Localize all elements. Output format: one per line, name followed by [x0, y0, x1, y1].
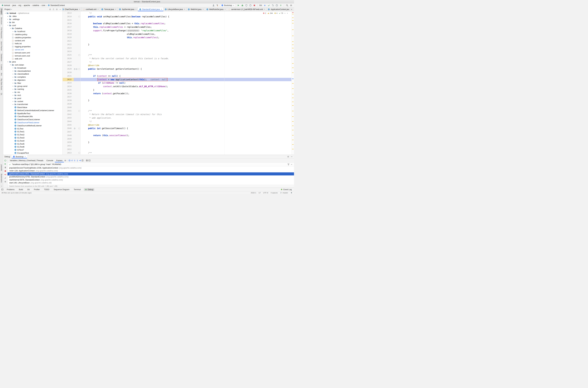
stripe-mark[interactable]: [292, 130, 294, 130]
code-line-text[interactable]: }: [81, 43, 294, 46]
tool-window-button-sequence-diagram[interactable]: Sequence Diagram: [52, 188, 71, 191]
run-to-cursor-icon[interactable]: [79, 159, 81, 162]
code-line-text[interactable]: context = new ApplicationContext(this); …: [81, 78, 294, 81]
project-tree-item-bin[interactable]: ▸bin: [3, 21, 63, 24]
line-number[interactable]: 2649: [63, 137, 74, 141]
stripe-mark[interactable]: [292, 18, 294, 18]
find-icon[interactable]: [286, 4, 288, 7]
encoding-widget[interactable]: UTF-8: [263, 192, 268, 194]
code-line-text[interactable]: return (this.sessionTimeout);: [81, 134, 294, 137]
close-tab-icon[interactable]: ×: [79, 8, 80, 10]
project-tree-item-catalina[interactable]: ▾Catalina: [3, 27, 63, 30]
breadcrumb-item-java[interactable]: java: [12, 4, 16, 6]
coverage-icon[interactable]: [245, 4, 248, 7]
stack-frame-row[interactable]: getServletContext:2632, StandardContext(…: [7, 172, 294, 175]
line-number[interactable]: 2642: [63, 113, 74, 116]
tree-chevron-icon[interactable]: ▸: [12, 94, 14, 96]
breadcrumb-item-org[interactable]: org: [18, 4, 21, 6]
tree-chevron-icon[interactable]: ▸: [12, 100, 14, 102]
tree-chevron-icon[interactable]: ▸: [7, 16, 9, 17]
run-icon[interactable]: [237, 4, 240, 7]
code-line-text[interactable]: */: [81, 60, 294, 64]
project-tree-item-web-xml[interactable]: </>web.xml: [3, 57, 63, 60]
code-line-text[interactable]: * web application.: [81, 116, 294, 120]
code-line-text[interactable]: [81, 102, 294, 106]
code-line-text[interactable]: [81, 50, 294, 53]
project-tree-item-eltest6[interactable]: CELTest6: [3, 145, 63, 148]
project-tree-item-tomcat-users-xsd[interactable]: </>tomcat-users.xsd: [3, 54, 63, 57]
project-tree-item-eltest[interactable]: CELTest: [3, 127, 63, 130]
code-line-text[interactable]: [81, 18, 294, 22]
project-tree-item-eltest2[interactable]: CELTest2: [3, 133, 63, 136]
code-line-text[interactable]: boolean oldReplaceWelcomeFiles = this.re…: [81, 22, 294, 25]
stop-icon[interactable]: [4, 170, 6, 172]
project-tree-item-tomcat[interactable]: ▾tomcat~/gitlab/tomcat: [3, 12, 63, 15]
stripe-mark[interactable]: [292, 57, 294, 58]
tool-window-switcher-icon[interactable]: [1, 188, 3, 191]
caret-position-widget[interactable]: 2632:1: [251, 192, 256, 194]
editor-tab-tomcat-java[interactable]: CTomcat.java×: [100, 7, 118, 11]
warning-count[interactable]: 244: [267, 12, 273, 14]
code-line-text[interactable]: @Override: [81, 123, 294, 127]
line-number[interactable]: 2625: [63, 53, 74, 57]
stripe-mark[interactable]: [292, 97, 294, 98]
breadcrumb-item-apache[interactable]: apache: [24, 4, 30, 6]
stop-icon[interactable]: [253, 4, 256, 7]
ok-count[interactable]: 79: [279, 12, 283, 14]
vcs-push-icon[interactable]: [280, 4, 282, 7]
mute-breakpoints-icon[interactable]: [4, 177, 6, 179]
close-tab-icon[interactable]: ×: [224, 8, 226, 10]
project-tree-item-filter[interactable]: ▸filter: [3, 81, 63, 85]
close-tab-icon[interactable]: ×: [264, 8, 265, 10]
project-tree-item-datasourcefiledlistener[interactable]: CDataSourceFiledListener: [3, 121, 63, 124]
line-number[interactable]: 2644: [63, 120, 74, 123]
step-over-icon[interactable]: [71, 159, 73, 162]
project-tree-item-transformlet[interactable]: ▸transformlet: [3, 103, 63, 106]
next-problem-icon[interactable]: ∨: [287, 12, 288, 14]
stripe-mark[interactable]: [292, 23, 294, 24]
code-line-text[interactable]: * Return the default session timeout (in…: [81, 113, 294, 116]
stripe-mark[interactable]: [292, 140, 294, 140]
tree-chevron-icon[interactable]: ▸: [12, 79, 14, 81]
filter-funnel-icon[interactable]: [287, 163, 290, 166]
project-tree-item-eltest3[interactable]: CELTest3: [3, 136, 63, 139]
stripe-mark[interactable]: [292, 20, 294, 21]
tree-chevron-icon[interactable]: ▸: [12, 82, 14, 84]
thread-selector[interactable]: "localhost-startStop-1"@1,886 in group "…: [7, 163, 294, 166]
code-line-text[interactable]: public ServletContext getServletContext(…: [81, 67, 294, 71]
fold-toggle-icon[interactable]: −: [78, 68, 80, 70]
project-tree-item-escapedtest[interactable]: CEscapedTest: [3, 151, 63, 155]
code-line-text[interactable]: oldReplaceWelcomeFiles,: [81, 32, 294, 36]
line-number[interactable]: 2643: [63, 116, 74, 120]
line-number[interactable]: 2616: [63, 22, 74, 25]
project-tree-item-group-send[interactable]: ▸group.send: [3, 85, 63, 88]
close-tab-icon[interactable]: ×: [184, 8, 185, 10]
project-tree-item-java[interactable]: ▾java: [3, 60, 63, 63]
hide-panel-icon[interactable]: [59, 8, 61, 10]
close-tab-icon[interactable]: ×: [115, 8, 116, 10]
line-number[interactable]: 2636: [63, 92, 74, 95]
notifications-bell-icon[interactable]: [290, 192, 292, 194]
stripe-mark[interactable]: [292, 83, 294, 84]
tree-chevron-icon[interactable]: ▸: [12, 88, 14, 90]
code-line-text[interactable]: [81, 130, 294, 134]
stripe-mark[interactable]: [292, 29, 294, 30]
project-tree-item-compilerx[interactable]: ▸compilerx: [3, 75, 63, 79]
tree-chevron-icon[interactable]: ▸: [12, 70, 14, 72]
stripe-mark[interactable]: [292, 79, 294, 79]
fold-toggle-icon[interactable]: −: [78, 128, 80, 129]
code-line-text[interactable]: [81, 148, 294, 151]
tool-strip-item-structure[interactable]: Structure: [0, 16, 3, 25]
line-number[interactable]: 2638: [63, 99, 74, 102]
stripe-mark[interactable]: [292, 48, 294, 48]
project-tree-item-catalina-policy[interactable]: catalina.policy: [3, 33, 63, 36]
code-line-text[interactable]: support.firePropertyChange(propertyName:…: [81, 29, 294, 32]
tree-chevron-icon[interactable]: ▸: [12, 92, 14, 93]
project-tree-item-classloadertest[interactable]: ▸classloadertest: [3, 69, 63, 73]
stripe-mark[interactable]: [292, 105, 294, 106]
line-number[interactable]: 2637: [63, 95, 74, 99]
stripe-mark[interactable]: [292, 41, 294, 42]
tool-window-button-git[interactable]: Git: [26, 188, 30, 191]
code-line-text[interactable]: /**: [81, 53, 294, 57]
project-tree-item-conf[interactable]: ▾conf: [3, 24, 63, 27]
